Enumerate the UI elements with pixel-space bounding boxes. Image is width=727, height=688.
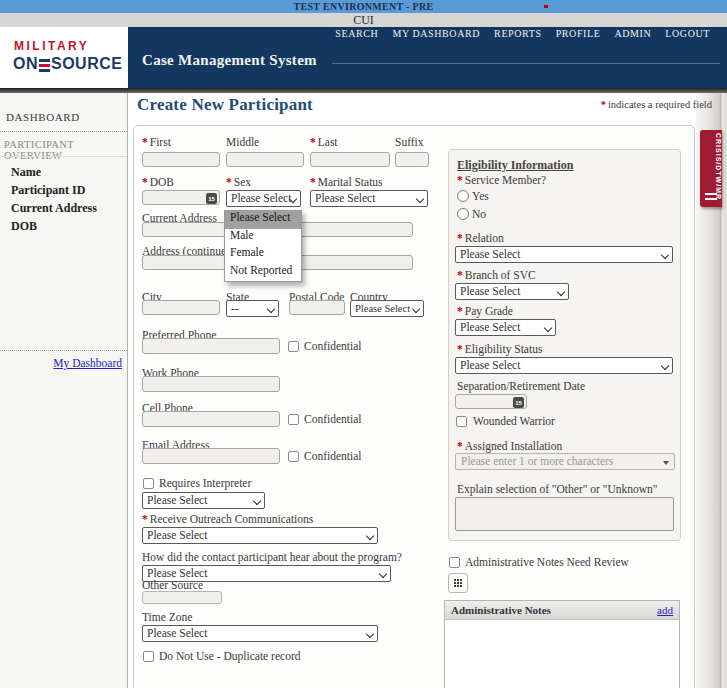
relation-select[interactable]: Please Select — [455, 246, 673, 263]
admin-notes-review-label: Administrative Notes Need Review — [465, 556, 629, 568]
create-participant-form: *First Middle *Last Suffix *DOB *Sex *Ma… — [133, 125, 695, 688]
eligibility-status-select[interactable]: Please Select — [455, 357, 673, 374]
header-rule — [332, 63, 720, 64]
sidebar-item-current-address[interactable]: Current Address — [11, 201, 97, 216]
country-select[interactable]: Please Select — [350, 300, 424, 317]
other-source-input[interactable] — [142, 591, 222, 604]
nav-reports[interactable]: REPORTS — [494, 28, 542, 39]
time-zone-select[interactable]: Please Select — [142, 625, 378, 642]
crisis-tab-bar — [705, 193, 717, 195]
first-input[interactable] — [142, 152, 220, 167]
sex-option-not-reported[interactable]: Not Reported — [225, 264, 301, 282]
sidebar-divider — [0, 131, 127, 132]
separation-date-input[interactable]: 15 — [455, 394, 527, 409]
sex-option-please-select[interactable]: Please Select — [225, 211, 301, 229]
notes-title: Administrative Notes — [451, 604, 551, 616]
cell-phone-confidential-checkbox[interactable] — [288, 414, 299, 425]
explain-other-textarea[interactable] — [455, 497, 674, 531]
chevron-down-icon — [366, 532, 374, 540]
chevron-down-icon — [544, 324, 552, 332]
sex-option-male[interactable]: Male — [225, 229, 301, 247]
page-title: Create New Participant — [137, 95, 313, 115]
postal-code-input[interactable] — [289, 300, 345, 315]
last-input[interactable] — [310, 152, 390, 167]
notes-add-link[interactable]: add — [657, 604, 673, 616]
wounded-warrior-label: Wounded Warrior — [473, 415, 555, 427]
chevron-down-icon — [557, 288, 565, 296]
confidential-label: Confidential — [304, 340, 362, 352]
middle-input[interactable] — [226, 152, 304, 167]
required-asterisk: * — [601, 99, 606, 110]
work-phone-input[interactable] — [142, 376, 280, 392]
screen: TEST ENVIRONMENT - PRE CUI MILITARY ONSO… — [0, 0, 727, 688]
outreach-select-value: Please Select — [147, 529, 207, 541]
chevron-down-icon — [661, 362, 669, 370]
service-member-yes-radio[interactable] — [457, 190, 469, 202]
cui-banner: CUI — [0, 13, 727, 27]
sex-select-value: Please Select — [231, 192, 291, 204]
crisis-tab-bar — [705, 198, 717, 200]
app-title: Case Management System — [142, 52, 317, 69]
crisis-dtw-mr-tab[interactable]: CRISIS/DTW/MR — [700, 130, 722, 207]
admin-notes-review-checkbox[interactable] — [449, 557, 460, 568]
sidebar-item-name[interactable]: Name — [11, 165, 41, 180]
email-confidential-checkbox[interactable] — [288, 451, 299, 462]
preferred-phone-confidential-checkbox[interactable] — [288, 341, 299, 352]
do-not-use-checkbox[interactable] — [143, 651, 154, 662]
no-label: No — [472, 208, 486, 220]
yes-label: Yes — [472, 190, 489, 202]
interpreter-language-select[interactable]: Please Select — [142, 492, 265, 509]
suffix-input[interactable] — [395, 152, 429, 167]
required-note-text: indicates a required field — [608, 99, 712, 110]
nav-my-dashboard[interactable]: MY DASHBOARD — [392, 28, 480, 39]
eligibility-status-label: *Eligibility Status — [457, 343, 542, 355]
state-select[interactable]: -- — [226, 300, 279, 317]
red-dot — [544, 5, 548, 8]
marital-status-select[interactable]: Please Select — [310, 190, 428, 207]
sex-select[interactable]: Please Select — [226, 190, 301, 207]
city-input[interactable] — [142, 300, 220, 315]
receive-outreach-select[interactable]: Please Select — [142, 527, 378, 544]
last-label: *Last — [310, 136, 338, 148]
notes-grid-button[interactable] — [448, 573, 468, 593]
requires-interpreter-label: Requires Interpreter — [159, 477, 251, 489]
sidebar-item-participant-id[interactable]: Participant ID — [11, 183, 85, 198]
email-address-input[interactable] — [142, 448, 280, 464]
relation-label: *Relation — [457, 232, 504, 244]
sidebar-item-dashboard[interactable]: DASHBOARD — [6, 111, 80, 123]
sidebar-divider — [0, 156, 127, 157]
cell-phone-input[interactable] — [142, 411, 280, 427]
nav-admin[interactable]: ADMIN — [614, 28, 651, 39]
top-nav: SEARCH MY DASHBOARD REPORTS PROFILE ADMI… — [335, 28, 710, 39]
preferred-phone-input[interactable] — [142, 338, 280, 354]
service-member-no-radio[interactable] — [457, 208, 469, 220]
assigned-installation-combobox[interactable]: Please enter 1 or more characters — [455, 453, 675, 470]
dob-input[interactable]: 15 — [142, 190, 220, 205]
hear-about-select-value: Please Select — [147, 567, 207, 579]
chevron-down-icon — [366, 630, 374, 638]
marital-status-label: *Marital Status — [310, 176, 383, 188]
sex-option-female[interactable]: Female — [225, 246, 301, 264]
chevron-down-icon — [416, 195, 424, 203]
separation-date-label: Separation/Retirement Date — [457, 380, 585, 392]
sidebar-item-dob[interactable]: DOB — [11, 219, 37, 234]
chevron-down-icon — [267, 305, 275, 313]
logo-e-bars-icon — [39, 59, 50, 72]
administrative-notes-panel: Administrative Notes add — [444, 600, 680, 688]
my-dashboard-link[interactable]: My Dashboard — [53, 357, 122, 369]
wounded-warrior-checkbox[interactable] — [456, 416, 467, 427]
calendar-icon[interactable]: 15 — [513, 397, 524, 408]
logo-military-text: MILITARY — [14, 39, 89, 53]
calendar-icon[interactable]: 15 — [206, 193, 217, 204]
requires-interpreter-checkbox[interactable] — [143, 478, 154, 489]
eligibility-status-value: Please Select — [460, 359, 520, 371]
nav-profile[interactable]: PROFILE — [556, 28, 601, 39]
sidebar-section-participant-overview: PARTICIPANT OVERVIEW — [4, 139, 127, 161]
pay-grade-select[interactable]: Please Select — [455, 319, 556, 336]
explain-other-label: Explain selection of "Other" or "Unknown… — [457, 483, 658, 495]
nav-search[interactable]: SEARCH — [335, 28, 378, 39]
branch-of-svc-select[interactable]: Please Select — [455, 283, 569, 300]
sex-dropdown-list: Please Select Male Female Not Reported — [224, 210, 302, 282]
logo-source: SOURCE — [51, 55, 122, 73]
nav-logout[interactable]: LOGOUT — [665, 28, 710, 39]
